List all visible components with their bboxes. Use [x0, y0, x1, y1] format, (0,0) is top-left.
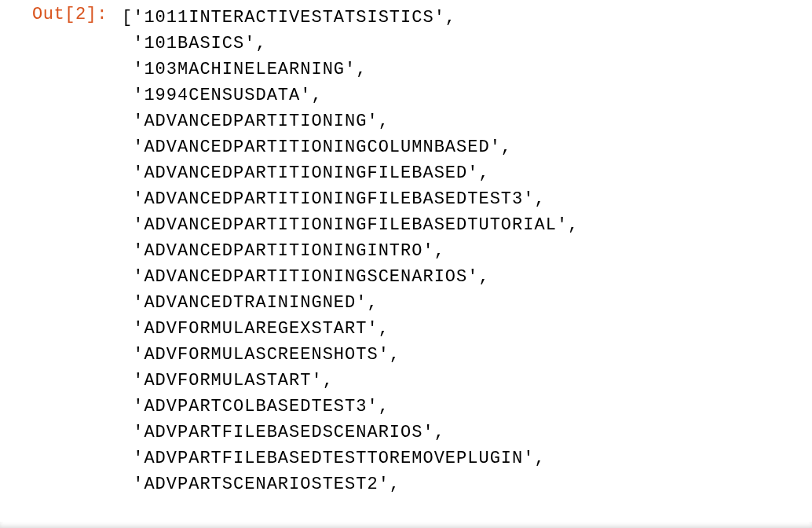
list-item: '1011INTERACTIVESTATSISTICS', — [133, 8, 456, 28]
list-item: 'ADVFORMULASTART', — [133, 371, 334, 390]
output-prompt: Out[2]: — [0, 5, 122, 24]
list-item: 'ADVFORMULAREGEXSTART', — [133, 319, 390, 339]
list-item: 'ADVANCEDPARTITIONINGSCENARIOS', — [133, 267, 489, 287]
list-item: 'ADVANCEDPARTITIONING', — [133, 112, 390, 131]
list-item: 'ADVPARTCOLBASEDTEST3', — [133, 397, 390, 416]
list-item: '101BASICS', — [133, 34, 266, 53]
list-item: '103MACHINELEARNING', — [133, 60, 367, 79]
fade-overlay — [0, 509, 812, 528]
list-item: '1994CENSUSDATA', — [133, 86, 322, 105]
list-item: 'ADVANCEDTRAININGNED', — [133, 293, 378, 313]
list-item: 'ADVANCEDPARTITIONINGFILEBASED', — [133, 163, 489, 183]
shadow-edge — [0, 522, 812, 528]
output-cell: Out[2]: ['1011INTERACTIVESTATSISTICS', '… — [0, 0, 812, 497]
list-item: 'ADVFORMULASCREENSHOTS', — [133, 345, 401, 365]
list-item: 'ADVANCEDPARTITIONINGCOLUMNBASED', — [133, 138, 512, 157]
list-open-bracket: [ — [122, 8, 133, 28]
output-content[interactable]: ['1011INTERACTIVESTATSISTICS', '101BASIC… — [122, 5, 579, 497]
list-item: 'ADVANCEDPARTITIONINGFILEBASEDTUTORIAL', — [133, 215, 579, 235]
list-item: 'ADVPARTFILEBASEDTESTTOREMOVEPLUGIN', — [133, 449, 545, 468]
list-item: 'ADVANCEDPARTITIONINGFILEBASEDTEST3', — [133, 189, 545, 209]
list-item: 'ADVANCEDPARTITIONINGINTRO', — [133, 241, 445, 261]
list-item: 'ADVPARTFILEBASEDSCENARIOS', — [133, 423, 445, 442]
list-item: 'ADVPARTSCENARIOSTEST2', — [133, 475, 401, 494]
